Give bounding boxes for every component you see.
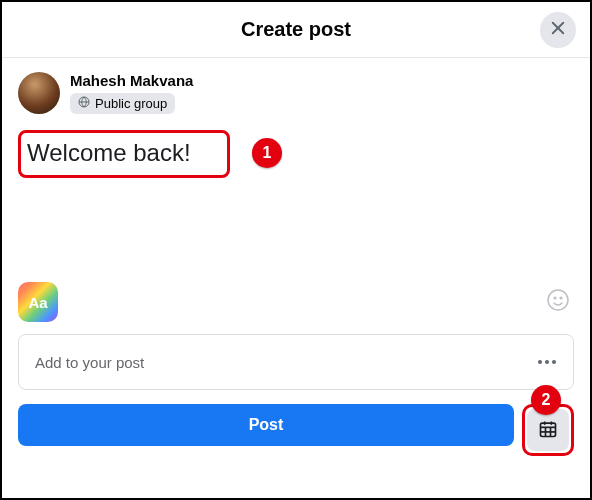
- svg-point-3: [548, 290, 568, 310]
- compose-highlight: Welcome back!: [18, 130, 230, 178]
- add-to-post-bar: Add to your post: [18, 334, 574, 390]
- compose-area: Welcome back! 1: [18, 130, 574, 178]
- background-color-button[interactable]: Aa: [18, 282, 58, 322]
- audience-label: Public group: [95, 96, 167, 111]
- audience-selector[interactable]: Public group: [70, 93, 175, 114]
- schedule-button[interactable]: [527, 409, 569, 451]
- author-row: Mahesh Makvana Public group: [18, 72, 574, 114]
- avatar[interactable]: [18, 72, 60, 114]
- svg-point-5: [560, 297, 562, 299]
- close-button[interactable]: [540, 12, 576, 48]
- close-icon: [549, 19, 567, 41]
- emoji-button[interactable]: [544, 288, 572, 316]
- photo-video-button[interactable]: [367, 350, 391, 374]
- tag-people-button[interactable]: [409, 350, 433, 374]
- aa-label: Aa: [28, 294, 47, 311]
- globe-icon: [78, 96, 90, 111]
- location-button[interactable]: [493, 350, 517, 374]
- svg-rect-13: [541, 423, 556, 436]
- svg-point-4: [554, 297, 556, 299]
- live-video-button[interactable]: [451, 350, 475, 374]
- more-icon: [538, 360, 556, 364]
- smile-icon: [546, 288, 570, 316]
- dialog-title: Create post: [241, 18, 351, 41]
- author-name: Mahesh Makvana: [70, 72, 193, 89]
- post-button[interactable]: Post: [18, 404, 514, 446]
- dialog-content: Mahesh Makvana Public group Welcome back…: [2, 58, 590, 470]
- more-options-button[interactable]: [535, 350, 559, 374]
- schedule-highlight: 2: [522, 404, 574, 456]
- calendar-icon: [538, 419, 558, 442]
- add-to-post-label: Add to your post: [35, 354, 144, 371]
- action-row: Post 2: [18, 404, 574, 470]
- add-to-post-icons: [367, 350, 559, 374]
- format-row: Aa: [18, 282, 574, 322]
- dialog-header: Create post: [2, 2, 590, 58]
- author-info: Mahesh Makvana Public group: [70, 72, 193, 114]
- annotation-callout-2: 2: [531, 385, 561, 415]
- compose-input[interactable]: Welcome back!: [27, 139, 217, 167]
- annotation-callout-1: 1: [252, 138, 282, 168]
